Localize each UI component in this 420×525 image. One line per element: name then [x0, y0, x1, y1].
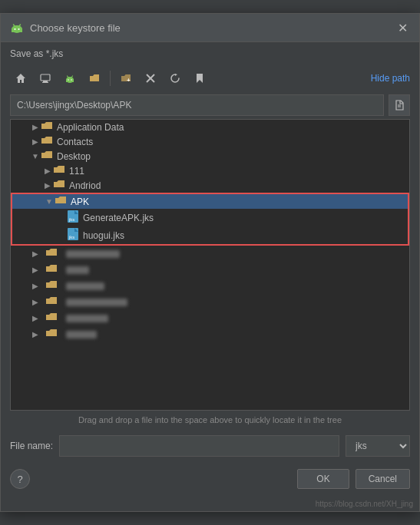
path-input[interactable] — [10, 94, 384, 116]
tree-item-blurred-5[interactable]: ▶ — [11, 310, 409, 326]
chevron-icon: ▶ — [41, 181, 54, 190]
home-button[interactable] — [10, 68, 31, 88]
svg-line-5 — [19, 25, 21, 26]
tree-label: Contacts — [57, 137, 93, 147]
svg-line-4 — [14, 25, 15, 26]
svg-rect-10 — [66, 79, 74, 82]
svg-point-11 — [68, 79, 69, 81]
tree-label: Application Data — [57, 122, 124, 133]
svg-rect-7 — [43, 81, 48, 82]
tree-label: Desktop — [57, 151, 91, 162]
filename-input[interactable] — [59, 435, 339, 457]
help-button[interactable]: ? — [10, 469, 30, 489]
svg-text:jks: jks — [68, 235, 74, 239]
folder-icon — [46, 280, 58, 292]
watermark: https://blog.csdn.net/XH_jing — [1, 498, 419, 511]
filename-label: File name: — [10, 441, 53, 451]
tree-item-111[interactable]: ▶ 111 — [11, 163, 409, 178]
tree-item-huogui[interactable]: jks huogui.jks — [12, 226, 408, 244]
tree-label: Andriod — [69, 180, 101, 191]
action-row: ? OK Cancel — [1, 463, 419, 498]
svg-line-14 — [71, 76, 73, 78]
chevron-icon: ▶ — [29, 282, 41, 290]
folder-icon — [46, 264, 58, 276]
blurred-label — [66, 282, 104, 290]
tree-item-blurred-2[interactable]: ▶ — [11, 262, 409, 278]
tree-item-apk[interactable]: ▼ APK — [12, 194, 408, 209]
tree-label: GenerateAPK.jks — [83, 213, 154, 223]
tree-item-blurred-4[interactable]: ▶ — [11, 294, 409, 310]
extension-select[interactable]: jks p12 keystore — [346, 435, 410, 457]
blurred-label — [66, 266, 89, 274]
tree-item-andriod[interactable]: ▶ Andriod — [11, 178, 409, 193]
chevron-icon: ▼ — [43, 197, 55, 206]
drag-hint: Drag and drop a file into the space abov… — [1, 411, 419, 429]
svg-text:+: + — [127, 77, 131, 84]
path-row — [1, 91, 419, 119]
jks-file-icon: jks — [68, 210, 80, 225]
tree-item-blurred-6[interactable]: ▶ — [11, 326, 409, 342]
tree-label: APK — [71, 196, 89, 207]
path-go-button[interactable] — [389, 94, 410, 116]
chevron-icon: ▶ — [29, 249, 41, 258]
chevron-placeholder — [55, 213, 68, 222]
folder-view-button[interactable] — [84, 68, 105, 88]
computer-button[interactable] — [35, 68, 56, 88]
red-outline-box: ▼ APK jks GenerateAPK.jks — [11, 193, 409, 246]
svg-point-12 — [71, 79, 72, 81]
svg-rect-1 — [12, 28, 22, 32]
bookmarks-button[interactable] — [189, 68, 210, 88]
folder-icon — [46, 248, 58, 259]
tree-item-generate-apk[interactable]: jks GenerateAPK.jks — [12, 209, 408, 226]
folder-open-icon — [41, 150, 54, 162]
android-button[interactable] — [59, 68, 81, 88]
folder-icon — [54, 165, 66, 177]
folder-open-icon — [55, 196, 68, 207]
save-as-label: Save as *.jks — [1, 42, 419, 65]
delete-button[interactable] — [140, 68, 161, 88]
toolbar: + Hide path — [1, 65, 419, 91]
folder-icon — [46, 329, 58, 340]
blurred-label — [66, 315, 108, 322]
tree-item-app-data[interactable]: ▶ Application Data — [11, 120, 409, 134]
close-button[interactable]: ✕ — [395, 20, 410, 35]
folder-icon — [54, 180, 66, 191]
chevron-icon: ▶ — [29, 298, 41, 306]
chevron-icon: ▼ — [29, 152, 41, 160]
chevron-placeholder — [55, 231, 68, 239]
svg-rect-8 — [42, 82, 48, 83]
file-tree[interactable]: ▶ Application Data ▶ Contacts ▼ Desktop … — [10, 119, 410, 411]
chevron-icon: ▶ — [29, 266, 41, 274]
folder-icon — [41, 121, 54, 133]
filename-row: File name: jks p12 keystore — [1, 429, 419, 463]
dialog: Choose keystore file ✕ Save as *.jks + — [0, 13, 420, 512]
title-bar-left: Choose keystore file — [10, 21, 121, 35]
blurred-label — [66, 331, 97, 338]
chevron-icon: ▶ — [29, 137, 41, 146]
refresh-button[interactable] — [164, 68, 186, 88]
svg-text:jks: jks — [68, 217, 74, 222]
hide-path-button[interactable]: Hide path — [371, 73, 410, 84]
new-folder-button[interactable]: + — [115, 68, 137, 88]
blurred-label — [66, 299, 127, 306]
dialog-title: Choose keystore file — [30, 22, 121, 34]
chevron-icon: ▶ — [29, 330, 41, 338]
tree-item-blurred-3[interactable]: ▶ — [11, 278, 409, 294]
jks-file-icon: jks — [68, 228, 80, 243]
action-buttons: OK Cancel — [297, 469, 410, 489]
cancel-button[interactable]: Cancel — [356, 469, 410, 489]
blurred-label — [66, 250, 120, 258]
tree-item-blurred-1[interactable]: ▶ — [11, 246, 409, 262]
toolbar-separator — [110, 71, 111, 86]
tree-item-desktop[interactable]: ▼ Desktop — [11, 149, 409, 163]
tree-label: 111 — [69, 166, 84, 177]
tree-label: huogui.jks — [83, 230, 124, 241]
folder-icon — [46, 312, 58, 324]
tree-item-contacts[interactable]: ▶ Contacts — [11, 134, 409, 149]
svg-line-13 — [68, 76, 69, 78]
ok-button[interactable]: OK — [297, 469, 349, 489]
svg-rect-6 — [41, 74, 50, 81]
svg-point-2 — [15, 28, 16, 30]
chevron-icon: ▶ — [41, 167, 54, 175]
android-logo-icon — [10, 21, 24, 35]
